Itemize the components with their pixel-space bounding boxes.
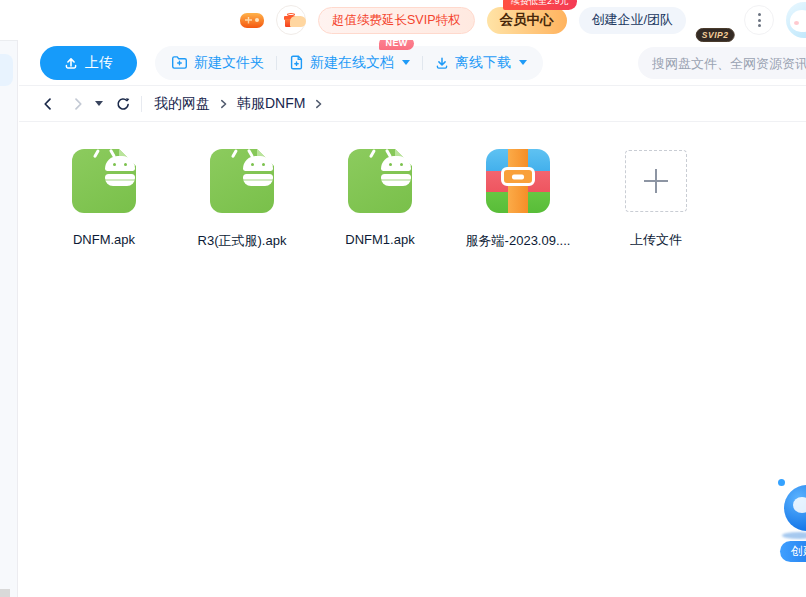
file-name: DNFM.apk [43, 232, 165, 247]
sidebar-peek-item[interactable] [0, 54, 13, 86]
search-input[interactable] [652, 56, 806, 71]
assistant-ball-icon [784, 485, 806, 531]
upload-tile-label: 上传文件 [595, 231, 717, 249]
file-tile[interactable]: R3(正式服).apk [181, 149, 303, 250]
topbar: 超值续费延长SVIP特权 会员中心 续费低至2.9元 创建企业/团队 SVIP2 [0, 0, 806, 40]
upload-button[interactable]: 上传 [40, 46, 137, 80]
scrollbar-corner[interactable] [0, 589, 10, 597]
chevron-right-icon [314, 99, 323, 109]
member-center-label: 会员中心 [500, 11, 554, 29]
arrow-back-icon [41, 97, 55, 111]
chevron-right-icon [219, 99, 228, 109]
assistant-mascot-icon[interactable] [786, 2, 806, 38]
apk-file-icon [210, 149, 274, 213]
forward-button[interactable] [71, 97, 85, 111]
archive-buckle [501, 167, 535, 186]
breadcrumb-separator [219, 99, 228, 109]
dot-icon [758, 24, 761, 27]
breadcrumb-root[interactable]: 我的网盘 [154, 95, 210, 113]
upload-file-tile[interactable]: 上传文件 [595, 149, 717, 250]
left-gutter [0, 40, 18, 597]
more-menu-button[interactable] [744, 5, 774, 35]
new-doc-label: 新建在线文档 [310, 54, 394, 72]
refresh-button[interactable] [115, 96, 131, 112]
dot-icon [758, 13, 761, 16]
history-dropdown-button[interactable] [95, 101, 103, 106]
file-name: DNFM1.apk [319, 232, 441, 247]
gift-icon [284, 14, 298, 27]
arrow-forward-icon [71, 97, 85, 111]
plus-icon [644, 169, 668, 193]
apk-file-icon [72, 149, 136, 213]
new-folder-label: 新建文件夹 [194, 54, 264, 72]
chevron-down-icon [519, 60, 527, 65]
offline-download-label: 离线下载 [455, 54, 511, 72]
file-tile[interactable]: DNFM1.apk [319, 149, 441, 250]
member-promo-ribbon: 续费低至2.9元 [503, 0, 577, 10]
file-name: R3(正式服).apk [181, 232, 303, 250]
member-center-button[interactable]: 会员中心 续费低至2.9元 [487, 7, 567, 34]
sparkle-dot-icon [778, 479, 785, 486]
floating-create-widget[interactable]: 创建 [776, 477, 806, 567]
upload-dropzone[interactable] [625, 150, 687, 212]
create-team-button[interactable]: 创建企业/团队 [579, 7, 687, 34]
breadcrumb-current[interactable]: 韩服DNFM [237, 95, 305, 113]
search-bar[interactable] [638, 47, 806, 79]
gift-button[interactable] [276, 5, 306, 35]
new-folder-icon [171, 55, 188, 70]
file-grid: DNFM.apk R3(正式服).apk DNFM1.apk [19, 122, 806, 250]
new-online-doc-button[interactable]: 新建在线文档 NEW [289, 54, 410, 72]
file-tile[interactable]: DNFM.apk [43, 149, 165, 250]
offline-download-button[interactable]: 离线下载 [435, 54, 527, 72]
toolbar: 上传 新建文件夹 新建在线文档 [19, 40, 806, 86]
create-button[interactable]: 创建 [780, 541, 806, 562]
breadcrumb-separator [314, 99, 323, 109]
svip-level-badge: SVIP2 [696, 28, 735, 42]
refresh-icon [115, 96, 131, 112]
download-icon [435, 56, 449, 70]
upload-button-label: 上传 [85, 54, 113, 72]
netdisk-window: 超值续费延长SVIP特权 会员中心 续费低至2.9元 创建企业/团队 SVIP2 [0, 0, 806, 597]
user-avatar[interactable]: SVIP2 [698, 3, 732, 37]
chevron-down-icon [402, 60, 410, 65]
main-panel: 上传 新建文件夹 新建在线文档 [19, 40, 806, 597]
svip-renew-promo-button[interactable]: 超值续费延长SVIP特权 [318, 7, 475, 34]
toolbar-action-group: 新建文件夹 新建在线文档 NEW [155, 46, 543, 80]
file-tile[interactable]: 服务端-2023.09.... [457, 149, 579, 250]
upload-icon [64, 56, 78, 70]
divider [422, 56, 423, 70]
new-folder-button[interactable]: 新建文件夹 [171, 54, 264, 72]
divider [141, 96, 142, 112]
topbar-actions: 超值续费延长SVIP特权 会员中心 续费低至2.9元 创建企业/团队 SVIP2 [240, 0, 806, 40]
breadcrumb-bar: 我的网盘 韩服DNFM [19, 86, 806, 122]
assistant-shadow [782, 532, 806, 539]
file-name: 服务端-2023.09.... [457, 232, 579, 250]
apk-file-icon [348, 149, 412, 213]
archive-file-icon [486, 149, 550, 213]
divider [276, 56, 277, 70]
dot-icon [758, 19, 761, 22]
new-doc-icon [289, 55, 304, 70]
back-button[interactable] [41, 97, 55, 111]
game-center-icon[interactable] [240, 13, 264, 28]
chevron-down-icon [95, 101, 103, 106]
